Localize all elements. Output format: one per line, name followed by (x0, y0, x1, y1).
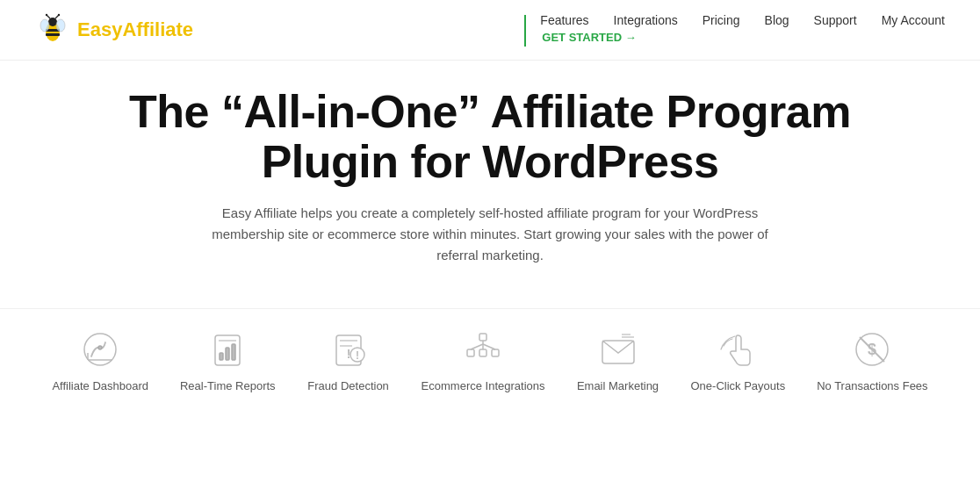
ecommerce-icon (460, 327, 506, 372)
feature-realtime-reports: Real-Time Reports (164, 318, 292, 403)
logo-yellow: Affiliate (122, 18, 193, 40)
nav-link-integrations[interactable]: Integrations (614, 13, 678, 27)
feature-label-0: Affiliate Dashboard (52, 379, 148, 394)
logo-area: EasyAffiliate (35, 12, 193, 47)
feature-fraud-detection: ! ! Fraud Detection (292, 318, 406, 403)
hero-title: The “All-in-One” Affiliate Program Plugi… (70, 87, 910, 187)
svg-point-3 (48, 18, 57, 26)
nav-link-features[interactable]: Features (540, 13, 588, 27)
feature-label-3: Ecommerce Integrations (422, 379, 545, 394)
nav-divider (524, 15, 526, 47)
features-row: Affiliate Dashboard Real-Time Reports ! … (0, 308, 980, 421)
main-nav: Features Integrations Pricing Blog Suppo… (524, 13, 945, 47)
nav-link-pricing[interactable]: Pricing (703, 13, 740, 27)
svg-rect-26 (467, 349, 474, 356)
svg-point-4 (40, 19, 49, 32)
svg-line-31 (483, 344, 495, 349)
feature-label-1: Real-Time Reports (180, 379, 276, 394)
fraud-icon: ! ! (326, 327, 371, 372)
svg-rect-2 (46, 33, 60, 36)
email-icon (595, 327, 641, 372)
svg-point-5 (56, 19, 65, 32)
feature-label-6: No Transactions Fees (817, 379, 927, 394)
feature-label-2: Fraud Detection (307, 379, 389, 394)
feature-email-marketing: Email Marketing (561, 318, 675, 403)
nav-link-support[interactable]: Support (814, 13, 857, 27)
nav-link-blog[interactable]: Blog (765, 13, 789, 27)
feature-label-4: Email Marketing (577, 379, 659, 394)
svg-point-8 (46, 14, 47, 16)
hero-subtitle: Easy Affiliate helps you create a comple… (191, 203, 789, 266)
feature-no-fees: $ No Transactions Fees (801, 318, 943, 403)
feature-payouts: One-Click Payouts (675, 318, 802, 403)
svg-line-30 (471, 344, 483, 349)
svg-rect-17 (232, 344, 235, 360)
svg-rect-15 (220, 353, 223, 360)
nav-links-container: Features Integrations Pricing Blog Suppo… (540, 13, 945, 44)
reports-icon (205, 327, 250, 372)
svg-rect-27 (479, 349, 486, 356)
dashboard-icon (77, 327, 123, 372)
logo-black: Easy (77, 18, 122, 40)
svg-point-13 (98, 346, 102, 349)
svg-point-9 (58, 14, 60, 16)
bee-icon (35, 12, 70, 47)
feature-affiliate-dashboard: Affiliate Dashboard (36, 318, 164, 403)
svg-rect-25 (479, 334, 486, 341)
svg-text:!: ! (356, 349, 359, 362)
no-fees-icon: $ (849, 327, 895, 372)
header: EasyAffiliate Features Integrations Pric… (0, 0, 980, 61)
svg-rect-16 (226, 348, 229, 360)
payouts-icon (715, 327, 760, 372)
svg-rect-28 (492, 349, 499, 356)
feature-ecommerce: Ecommerce Integrations (406, 318, 561, 403)
nav-link-myaccount[interactable]: My Account (882, 13, 945, 27)
hero-section: The “All-in-One” Affiliate Program Plugi… (0, 61, 980, 308)
logo-text: EasyAffiliate (77, 18, 193, 41)
nav-top-row: Features Integrations Pricing Blog Suppo… (540, 13, 945, 27)
get-started-cta[interactable]: GET STARTED → (540, 31, 945, 44)
feature-label-5: One-Click Payouts (691, 379, 786, 394)
